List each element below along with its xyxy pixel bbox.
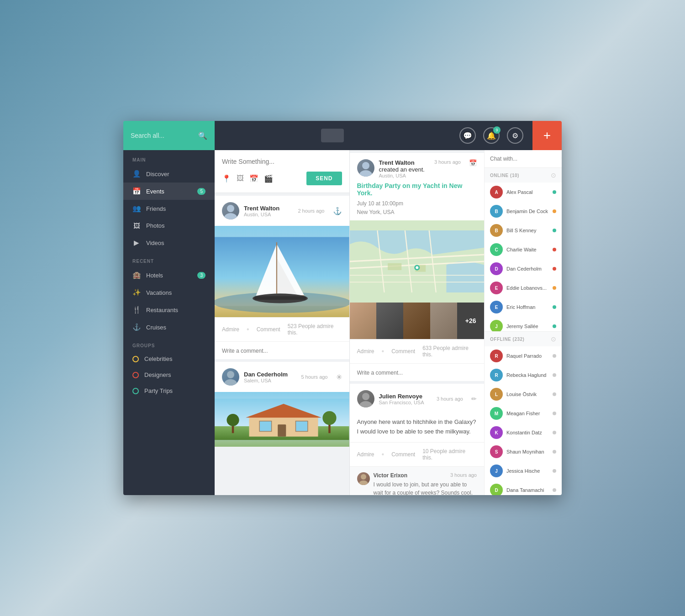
admire-action-trent[interactable]: Admire — [222, 326, 239, 333]
event-card: Trent Walton created an event. Austin, U… — [350, 153, 485, 381]
chat-item-eric-hoffman[interactable]: E Eric Hoffman — [485, 298, 562, 317]
post-card-trent: Trent Walton Austin, USA 2 hours ago ⚓ — [215, 196, 349, 359]
julien-admire-count: 10 People admire this. — [422, 448, 477, 461]
admire-action-julien[interactable]: Admire — [357, 451, 374, 458]
sidebar-item-cruises[interactable]: ⚓ Cruises — [123, 318, 215, 336]
svg-rect-33 — [388, 263, 401, 270]
party-trips-dot — [132, 388, 139, 394]
messages-button[interactable]: 💬 — [459, 127, 476, 144]
sidebar-item-vacations[interactable]: ✨ Vacations — [123, 284, 215, 301]
post-location-dan: Salem, USA — [244, 378, 296, 383]
event-comment-field[interactable] — [357, 370, 477, 376]
post-time-dan: 5 hours ago — [301, 374, 327, 380]
svg-rect-16 — [259, 421, 271, 432]
status-dot — [553, 431, 556, 434]
chat-item-charlie-waite[interactable]: C Charlie Waite — [485, 240, 562, 259]
search-input[interactable] — [131, 132, 195, 139]
calendar-icon[interactable]: 📅 — [249, 174, 258, 183]
event-details: July 10 at 10:00pm New York, USA — [350, 199, 485, 220]
post-options-julien[interactable]: ✏ — [471, 395, 477, 402]
sidebar-item-videos[interactable]: ▶ Videos — [123, 234, 215, 251]
chat-avatar: R — [490, 369, 503, 381]
post-location-julien: San Francisco, USA — [379, 400, 432, 405]
hotels-icon: 🏨 — [132, 271, 141, 279]
post-meta-julien: Julien Renvoye San Francisco, USA — [379, 393, 432, 405]
sidebar-item-discover[interactable]: 👤 Discover — [123, 165, 215, 183]
chat-list-offline: R Raquel Parrado R Rebecka Haglund L Lou… — [485, 346, 562, 495]
online-collapse-icon[interactable]: ⊙ — [551, 172, 556, 179]
chat-item-offline-raquel-parrado[interactable]: R Raquel Parrado — [485, 346, 562, 365]
comment-action-julien[interactable]: Comment — [391, 451, 415, 458]
sidebar-item-restaurants[interactable]: 🍴 Restaurants — [123, 301, 215, 318]
post-meta-dan: Dan Cederholm Salem, USA — [244, 371, 296, 383]
chat-item-eddie-lobanovs...[interactable]: E Eddie Lobanovs... — [485, 278, 562, 298]
svg-point-36 — [416, 266, 418, 269]
chat-item-offline-shaun-moynihan[interactable]: S Shaun Moynihan — [485, 442, 562, 461]
post-time-julien: 3 hours ago — [437, 396, 463, 402]
svg-point-23 — [362, 162, 369, 169]
chat-item-jeremy-sallée[interactable]: J Jeremy Sallée — [485, 317, 562, 331]
event-meta: Trent Walton created an event. Austin, U… — [379, 159, 430, 178]
sidebar-item-designers[interactable]: Designers — [123, 367, 215, 383]
chat-item-offline-dana-tanamachi[interactable]: D Dana Tanamachi — [485, 480, 562, 495]
sidebar-label-restaurants: Restaurants — [146, 307, 178, 313]
status-dot — [553, 354, 556, 358]
top-icons: 💬 🔔 9 ⚙ — [450, 121, 532, 150]
chat-avatar: A — [490, 186, 503, 198]
main-layout: MAIN 👤 Discover 📅 Events 5 👥 Friends 🖼 P… — [123, 150, 562, 495]
svg-point-10 — [227, 371, 234, 378]
image-icon[interactable]: 🖼 — [237, 174, 244, 183]
add-button[interactable]: + — [532, 121, 562, 150]
chat-item-benjamin-de-cock[interactable]: B Benjamin De Cock — [485, 202, 562, 221]
chat-item-offline-meagan-fisher[interactable]: M Meagan Fisher — [485, 404, 562, 423]
chat-item-bill-s-kenney[interactable]: B Bill S Kenney — [485, 221, 562, 240]
post-location-trent: Austin, USA — [244, 212, 293, 217]
comment-action-trent[interactable]: Comment — [257, 326, 280, 333]
chat-name: Bill S Kenney — [506, 228, 549, 233]
post-options-trent[interactable]: ⚓ — [333, 207, 342, 215]
status-dot — [553, 286, 556, 290]
sidebar-item-friends[interactable]: 👥 Friends — [123, 200, 215, 217]
chat-item-offline-rebecka-haglund[interactable]: R Rebecka Haglund — [485, 365, 562, 385]
offline-collapse-icon[interactable]: ⊙ — [551, 335, 556, 343]
event-options[interactable]: 📅 — [469, 159, 477, 167]
vacations-icon: ✨ — [132, 288, 141, 297]
sidebar-item-events[interactable]: 📅 Events 5 — [123, 183, 215, 200]
section-label-groups: GROUPS — [123, 336, 215, 351]
avatar-victor — [357, 472, 370, 485]
post-options-dan[interactable]: ✳ — [336, 373, 342, 381]
text-post-body: Anyone here want to hitchhike in the Gal… — [350, 414, 485, 442]
post-author-trent: Trent Walton — [244, 205, 293, 212]
avatar-event-creator — [357, 159, 374, 177]
comment-field-trent[interactable] — [222, 348, 342, 354]
svg-rect-18 — [278, 424, 286, 436]
status-dot — [553, 248, 556, 251]
admire-action-event[interactable]: Admire — [357, 348, 374, 355]
chat-item-alex-pascal[interactable]: A Alex Pascal — [485, 183, 562, 202]
chat-search-input[interactable] — [490, 156, 559, 162]
restaurants-icon: 🍴 — [132, 306, 141, 314]
top-center — [215, 121, 450, 150]
cruises-icon: ⚓ — [132, 323, 141, 331]
settings-button[interactable]: ⚙ — [507, 127, 523, 144]
chat-item-offline-louise-östvik[interactable]: L Louise Östvik — [485, 385, 562, 404]
compose-input[interactable] — [222, 158, 342, 165]
video-icon[interactable]: 🎬 — [264, 174, 273, 183]
chat-item-offline-konstantin-datz[interactable]: K Konstantin Datz — [485, 423, 562, 442]
location-icon[interactable]: 📍 — [222, 174, 231, 183]
chat-name: Shaun Moynihan — [506, 449, 549, 454]
chat-name: Dan Cederholm — [506, 266, 549, 271]
chat-item-dan-cederholm[interactable]: D Dan Cederholm — [485, 259, 562, 278]
notifications-button[interactable]: 🔔 9 — [483, 127, 500, 144]
sidebar-item-photos[interactable]: 🖼 Photos — [123, 217, 215, 234]
comment-action-event[interactable]: Comment — [391, 348, 415, 355]
sidebar-item-hotels[interactable]: 🏨 Hotels 3 — [123, 266, 215, 284]
chat-item-offline-jessica-hische[interactable]: J Jessica Hische — [485, 461, 562, 480]
photo-more[interactable]: +26 — [457, 303, 484, 339]
chat-avatar: E — [490, 301, 503, 313]
post-header-julien: Julien Renvoye San Francisco, USA 3 hour… — [350, 384, 485, 414]
sidebar-item-celebrities[interactable]: Celebrities — [123, 351, 215, 367]
sidebar-item-party-trips[interactable]: Party Trips — [123, 383, 215, 399]
send-button[interactable]: SEND — [306, 172, 342, 185]
events-icon: 📅 — [132, 187, 141, 195]
